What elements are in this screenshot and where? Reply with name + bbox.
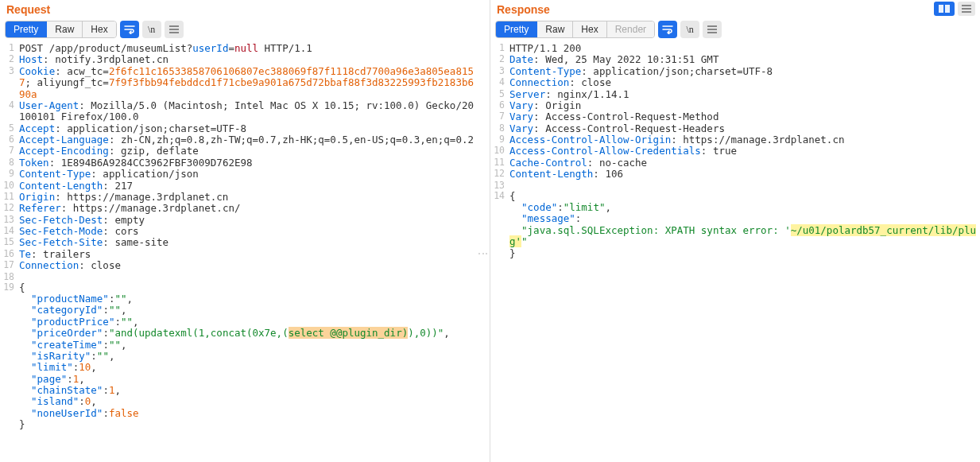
code-line: 17Connection: close	[0, 260, 490, 271]
code-line: "noneUserId":false	[0, 408, 490, 419]
line-content: Origin: https://manage.3rdplanet.cn	[17, 192, 478, 203]
line-number: 7	[490, 111, 508, 122]
line-number: 2	[0, 54, 17, 64]
response-panel: Response Pretty Raw Hex Render \n 1HTTP/…	[490, 0, 980, 462]
tab-hex[interactable]: Hex	[83, 21, 115, 37]
code-line: 3Cookie: acw_tc=2f6fc11c1653385870610680…	[0, 66, 490, 100]
line-content: "priceOrder":"and(updatexml(1,concat(0x7…	[17, 328, 478, 339]
line-number: 1	[490, 43, 508, 53]
code-line: 14Sec-Fetch-Mode: cors	[0, 226, 490, 237]
tab-hex[interactable]: Hex	[573, 21, 606, 37]
wrap-icon[interactable]	[658, 21, 677, 38]
line-number: 16	[0, 249, 17, 259]
code-line: "page":1,	[0, 374, 490, 385]
code-line: 7Accept-Encoding: gzip, deflate	[0, 146, 490, 157]
line-content: Date: Wed, 25 May 2022 10:31:51 GMT	[508, 54, 980, 65]
line-number: 7	[0, 146, 17, 156]
code-line: }	[490, 248, 980, 259]
code-line: 2Date: Wed, 25 May 2022 10:31:51 GMT	[490, 54, 980, 65]
code-line: 5Accept: application/json;charset=UTF-8	[0, 123, 490, 134]
code-line: "isRarity":"",	[0, 351, 490, 362]
response-tab-group: Pretty Raw Hex Render	[495, 21, 655, 38]
line-content: Cookie: acw_tc=2f6fc11c16533858706106807…	[17, 66, 478, 100]
line-content: "page":1,	[17, 374, 478, 385]
code-line: 19{	[0, 282, 490, 293]
line-content: Accept: application/json;charset=UTF-8	[17, 123, 478, 134]
line-content: {	[17, 282, 478, 293]
code-line: 14{	[490, 191, 980, 202]
line-content: Te: trailers	[17, 249, 478, 260]
code-line: "limit":10,	[0, 362, 490, 373]
line-content: "categoryId":"",	[17, 305, 478, 316]
line-content: User-Agent: Mozilla/5.0 (Macintosh; Inte…	[17, 100, 478, 123]
newline-icon[interactable]: \n	[142, 21, 161, 38]
code-line: "productName":"",	[0, 293, 490, 305]
response-code[interactable]: 1HTTP/1.1 2002Date: Wed, 25 May 2022 10:…	[490, 43, 980, 462]
line-content: "noneUserId":false	[17, 408, 478, 419]
code-line: "chainState":1,	[0, 385, 490, 396]
line-content: POST /app/product/museumList?userId=null…	[17, 43, 478, 54]
line-number: 3	[490, 66, 508, 76]
request-tab-group: Pretty Raw Hex	[5, 21, 117, 38]
request-code[interactable]: ⋮ 1POST /app/product/museumList?userId=n…	[0, 43, 490, 462]
line-content: }	[508, 248, 980, 259]
line-content: "code":"limit",	[508, 202, 980, 213]
tab-render[interactable]: Render	[607, 21, 654, 37]
menu-icon[interactable]	[703, 21, 722, 38]
line-number: 12	[0, 203, 17, 213]
line-number: 18	[0, 272, 17, 282]
code-line: 1HTTP/1.1 200	[490, 43, 980, 54]
newline-icon[interactable]: \n	[680, 21, 699, 38]
tab-pretty[interactable]: Pretty	[6, 21, 47, 37]
tab-raw[interactable]: Raw	[47, 21, 83, 37]
line-number: 14	[490, 191, 508, 201]
request-title: Request	[0, 0, 490, 17]
split-vertical-icon[interactable]	[934, 2, 955, 16]
line-number: 2	[490, 54, 508, 64]
layout-icons	[934, 2, 975, 16]
line-content: Sec-Fetch-Site: same-site	[17, 237, 478, 248]
code-line: }	[0, 419, 490, 430]
line-number: 6	[0, 134, 17, 145]
line-content: Access-Control-Allow-Credentials: true	[508, 146, 980, 157]
code-line: 13	[490, 181, 980, 191]
line-number: 10	[0, 181, 17, 191]
resize-handle-icon[interactable]: ⋮	[477, 247, 490, 258]
line-number: 4	[0, 100, 17, 111]
tab-raw[interactable]: Raw	[537, 21, 573, 37]
line-content: Content-Length: 217	[17, 181, 478, 192]
line-content: Content-Length: 106	[508, 169, 980, 180]
menu-icon[interactable]	[165, 21, 184, 38]
line-content: HTTP/1.1 200	[508, 43, 980, 54]
code-line: 12Content-Length: 106	[490, 169, 980, 180]
line-content: Vary: Access-Control-Request-Headers	[508, 123, 980, 134]
tab-pretty[interactable]: Pretty	[496, 21, 537, 37]
line-content: Content-Type: application/json	[17, 169, 478, 180]
line-content: Sec-Fetch-Mode: cors	[17, 226, 478, 237]
line-content: Vary: Access-Control-Request-Method	[508, 111, 980, 122]
line-content: Connection: close	[508, 77, 980, 88]
line-number: 9	[0, 169, 17, 179]
code-line: "message":	[490, 213, 980, 224]
line-content: Token: 1E894B6A9284CC3962FBF3009D762E98	[17, 157, 478, 169]
line-content: "createTime":"",	[17, 340, 478, 351]
line-number: 5	[490, 89, 508, 99]
line-content: "limit":10,	[17, 362, 478, 373]
wrap-icon[interactable]	[120, 21, 139, 38]
code-line: 15Sec-Fetch-Site: same-site	[0, 237, 490, 248]
line-content: "productPrice":"",	[17, 316, 478, 328]
line-content: Host: notify.3rdplanet.cn	[17, 54, 478, 65]
layout-menu-icon[interactable]	[958, 2, 975, 16]
line-number: 13	[0, 215, 17, 225]
line-number: 8	[490, 123, 508, 134]
code-line: "createTime":"",	[0, 340, 490, 351]
line-number: 10	[490, 146, 508, 156]
line-content: Cache-Control: no-cache	[508, 157, 980, 169]
line-number: 19	[0, 282, 17, 293]
line-number: 5	[0, 123, 17, 134]
line-content: }	[17, 419, 478, 430]
line-number: 15	[0, 237, 17, 247]
code-line: 10Access-Control-Allow-Credentials: true	[490, 146, 980, 157]
code-line: 9Content-Type: application/json	[0, 169, 490, 180]
code-line: "code":"limit",	[490, 202, 980, 213]
